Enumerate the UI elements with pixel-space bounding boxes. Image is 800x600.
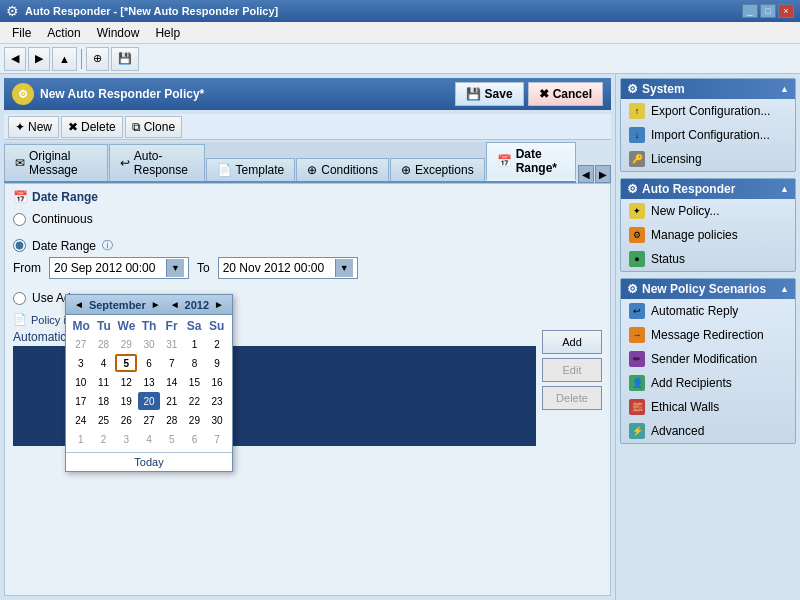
cal-day[interactable]: 13 bbox=[138, 373, 160, 391]
cal-day[interactable]: 2 bbox=[206, 335, 228, 353]
save-toolbar-button[interactable]: 💾 bbox=[111, 47, 139, 71]
sender-modification-item[interactable]: ✏ Sender Modification bbox=[621, 347, 795, 371]
from-date-input[interactable]: 20 Sep 2012 00:00 ▼ bbox=[49, 257, 189, 279]
cal-day[interactable]: 1 bbox=[70, 430, 92, 448]
cal-day[interactable]: 29 bbox=[115, 335, 137, 353]
cal-day[interactable]: 11 bbox=[93, 373, 115, 391]
menu-window[interactable]: Window bbox=[89, 24, 148, 42]
use-adv-radio[interactable] bbox=[13, 292, 26, 305]
cal-day[interactable]: 19 bbox=[115, 392, 137, 410]
system-collapse[interactable]: ▲ bbox=[780, 84, 789, 94]
cal-prev-month[interactable]: ◄ bbox=[70, 298, 88, 311]
tab-prev-button[interactable]: ◀ bbox=[578, 165, 594, 183]
cal-day[interactable]: 14 bbox=[161, 373, 183, 391]
cal-day[interactable]: 31 bbox=[161, 335, 183, 353]
cal-day[interactable]: 7 bbox=[206, 430, 228, 448]
today-button[interactable]: Today bbox=[66, 452, 232, 471]
cal-day[interactable]: 15 bbox=[184, 373, 206, 391]
automatic-reply-item[interactable]: ↩ Automatic Reply bbox=[621, 299, 795, 323]
ethical-walls-item[interactable]: 🧱 Ethical Walls bbox=[621, 395, 795, 419]
date-range-radio[interactable] bbox=[13, 239, 26, 252]
delete-button[interactable]: ✖ Delete bbox=[61, 116, 123, 138]
tab-next-button[interactable]: ▶ bbox=[595, 165, 611, 183]
cal-day[interactable]: 8 bbox=[184, 354, 206, 372]
delete-schedule-button[interactable]: Delete bbox=[542, 386, 602, 410]
add-recipients-item[interactable]: 👤 Add Recipients bbox=[621, 371, 795, 395]
manage-policies-item[interactable]: ⚙ Manage policies bbox=[621, 223, 795, 247]
cal-day[interactable]: 6 bbox=[184, 430, 206, 448]
status-item[interactable]: ● Status bbox=[621, 247, 795, 271]
continuous-radio[interactable] bbox=[13, 213, 26, 226]
up-button[interactable]: ▲ bbox=[52, 47, 77, 71]
cal-day[interactable]: 9 bbox=[206, 354, 228, 372]
cal-day[interactable]: 2 bbox=[93, 430, 115, 448]
tab-original-message[interactable]: ✉ Original Message bbox=[4, 144, 108, 181]
cal-prev-year[interactable]: ◄ bbox=[166, 298, 184, 311]
add-toolbar-button[interactable]: ⊕ bbox=[86, 47, 109, 71]
cal-day[interactable]: 7 bbox=[161, 354, 183, 372]
cal-day[interactable]: 23 bbox=[206, 392, 228, 410]
new-policy-item[interactable]: ✦ New Policy... bbox=[621, 199, 795, 223]
cal-day[interactable]: 3 bbox=[70, 354, 92, 372]
minimize-button[interactable]: _ bbox=[742, 4, 758, 18]
cal-next-year[interactable]: ► bbox=[210, 298, 228, 311]
back-button[interactable]: ◀ bbox=[4, 47, 26, 71]
cal-day[interactable]: 30 bbox=[206, 411, 228, 429]
cal-day[interactable]: 6 bbox=[138, 354, 160, 372]
menu-help[interactable]: Help bbox=[147, 24, 188, 42]
cal-day[interactable]: 30 bbox=[138, 335, 160, 353]
licensing-item[interactable]: 🔑 Licensing bbox=[621, 147, 795, 171]
cal-day[interactable]: 10 bbox=[70, 373, 92, 391]
forward-button[interactable]: ▶ bbox=[28, 47, 50, 71]
cal-day[interactable]: 5 bbox=[161, 430, 183, 448]
cal-day[interactable]: 3 bbox=[115, 430, 137, 448]
add-schedule-button[interactable]: Add bbox=[542, 330, 602, 354]
edit-schedule-button[interactable]: Edit bbox=[542, 358, 602, 382]
scenarios-collapse[interactable]: ▲ bbox=[780, 284, 789, 294]
tab-template[interactable]: 📄 Template bbox=[206, 158, 296, 181]
cancel-button[interactable]: ✖ Cancel bbox=[528, 82, 603, 106]
cal-next-month[interactable]: ► bbox=[147, 298, 165, 311]
cal-day[interactable]: 25 bbox=[93, 411, 115, 429]
scenarios-icon: ⚙ bbox=[627, 282, 638, 296]
cal-day[interactable]: 4 bbox=[138, 430, 160, 448]
close-button[interactable]: × bbox=[778, 4, 794, 18]
tab-conditions[interactable]: ⊕ Conditions bbox=[296, 158, 389, 181]
to-date-dropdown[interactable]: ▼ bbox=[335, 259, 353, 277]
cal-day[interactable]: 18 bbox=[93, 392, 115, 410]
message-redirection-item[interactable]: → Message Redirection bbox=[621, 323, 795, 347]
cal-days-header: Mo Tu We Th Fr Sa Su bbox=[70, 319, 228, 333]
to-date-input[interactable]: 20 Nov 2012 00:00 ▼ bbox=[218, 257, 358, 279]
info-icon[interactable]: ⓘ bbox=[102, 238, 113, 253]
menu-action[interactable]: Action bbox=[39, 24, 88, 42]
cal-day[interactable]: 21 bbox=[161, 392, 183, 410]
cal-day-today[interactable]: 5 bbox=[115, 354, 137, 372]
cal-day[interactable]: 28 bbox=[93, 335, 115, 353]
cal-day[interactable]: 17 bbox=[70, 392, 92, 410]
save-button[interactable]: 💾 Save bbox=[455, 82, 524, 106]
cal-day[interactable]: 1 bbox=[184, 335, 206, 353]
from-date-dropdown[interactable]: ▼ bbox=[166, 259, 184, 277]
cal-day[interactable]: 16 bbox=[206, 373, 228, 391]
cal-day[interactable]: 29 bbox=[184, 411, 206, 429]
cal-day[interactable]: 27 bbox=[138, 411, 160, 429]
cal-day[interactable]: 28 bbox=[161, 411, 183, 429]
clone-button[interactable]: ⧉ Clone bbox=[125, 116, 182, 138]
advanced-item[interactable]: ⚡ Advanced bbox=[621, 419, 795, 443]
maximize-button[interactable]: □ bbox=[760, 4, 776, 18]
cal-day-selected[interactable]: 20 bbox=[138, 392, 160, 410]
tab-exceptions[interactable]: ⊕ Exceptions bbox=[390, 158, 485, 181]
cal-day[interactable]: 4 bbox=[93, 354, 115, 372]
cal-day[interactable]: 24 bbox=[70, 411, 92, 429]
cal-day[interactable]: 27 bbox=[70, 335, 92, 353]
new-button[interactable]: ✦ New bbox=[8, 116, 59, 138]
cal-day[interactable]: 22 bbox=[184, 392, 206, 410]
menu-file[interactable]: File bbox=[4, 24, 39, 42]
tab-auto-response[interactable]: ↩ Auto-Response bbox=[109, 144, 205, 181]
export-config-item[interactable]: ↑ Export Configuration... bbox=[621, 99, 795, 123]
import-config-item[interactable]: ↓ Import Configuration... bbox=[621, 123, 795, 147]
tab-date-range[interactable]: 📅 Date Range* bbox=[486, 142, 576, 181]
auto-responder-collapse[interactable]: ▲ bbox=[780, 184, 789, 194]
cal-day[interactable]: 26 bbox=[115, 411, 137, 429]
cal-day[interactable]: 12 bbox=[115, 373, 137, 391]
